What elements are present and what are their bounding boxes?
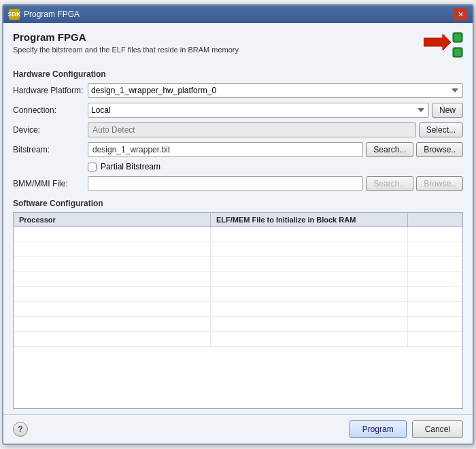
bmm-file-label: BMM/MMI File:	[13, 179, 88, 188]
partial-bitstream-checkbox[interactable]	[88, 163, 97, 171]
bmm-browse-button[interactable]: Browse..	[416, 176, 463, 191]
bitstream-browse-button[interactable]: Browse..	[416, 142, 463, 157]
table-row	[14, 302, 462, 317]
table-row	[14, 257, 462, 272]
table-row	[14, 332, 462, 347]
column-processor: Processor	[14, 213, 211, 227]
bitstream-label: Bitstream:	[13, 145, 88, 154]
program-fpga-dialog: SDK Program FPGA ✕ Program FPGA Specify …	[2, 4, 474, 445]
bmm-input[interactable]	[88, 176, 363, 191]
fpga-icon-svg	[424, 31, 463, 60]
table-row	[14, 317, 462, 332]
software-table: Processor ELF/MEM File to Initialize in …	[13, 212, 463, 409]
sdk-icon: SDK	[9, 9, 20, 20]
header-text: Program FPGA Specify the bitstream and t…	[13, 31, 239, 54]
footer-right: Program Cancel	[350, 420, 463, 438]
bitstream-search-button[interactable]: Search...	[366, 142, 413, 157]
connection-row: Connection: Local New	[13, 103, 463, 118]
svg-marker-0	[424, 34, 451, 50]
connection-control-group: Local New	[88, 103, 463, 118]
platform-row: Hardware Platform: design_1_wrapper_hw_p…	[13, 83, 463, 98]
device-control-group: Select...	[88, 122, 463, 137]
bmm-search-button[interactable]: Search...	[366, 176, 413, 191]
table-body	[14, 227, 462, 405]
bmm-file-row: BMM/MMI File: Search... Browse..	[13, 176, 463, 191]
title-bar-left: SDK Program FPGA	[9, 9, 80, 20]
program-button[interactable]: Program	[350, 420, 407, 438]
svg-rect-4	[454, 49, 461, 56]
partial-bitstream-row: Partial Bitstream	[88, 162, 463, 171]
platform-select[interactable]: design_1_wrapper_hw_platform_0	[88, 83, 463, 98]
title-bar: SDK Program FPGA ✕	[3, 5, 473, 23]
footer-left: ?	[13, 422, 28, 437]
bitstream-row: Bitstream: Search... Browse..	[13, 142, 463, 157]
device-label: Device:	[13, 125, 88, 135]
select-button[interactable]: Select...	[419, 122, 463, 137]
software-config-section: Software Configuration Processor ELF/MEM…	[13, 196, 463, 409]
table-row	[14, 287, 462, 302]
column-elf-file: ELF/MEM File to Initialize in Block RAM	[211, 213, 408, 227]
platform-control-group: design_1_wrapper_hw_platform_0	[88, 83, 463, 98]
table-row	[14, 242, 462, 257]
bitstream-input[interactable]	[88, 142, 363, 157]
svg-rect-2	[454, 34, 461, 41]
bitstream-control-group: Search... Browse..	[88, 142, 463, 157]
column-extra	[408, 213, 462, 227]
device-row: Device: Select...	[13, 122, 463, 137]
connection-label: Connection:	[13, 105, 88, 115]
partial-bitstream-label: Partial Bitstream	[101, 162, 160, 171]
hardware-config-label: Hardware Configuration	[13, 69, 463, 79]
table-row	[14, 272, 462, 287]
hardware-config-section: Hardware Configuration Hardware Platform…	[13, 67, 463, 196]
dialog-subtitle: Specify the bitstream and the ELF files …	[13, 46, 239, 54]
bmm-control-group: Search... Browse..	[88, 176, 463, 191]
table-row	[14, 227, 462, 242]
header-section: Program FPGA Specify the bitstream and t…	[13, 31, 463, 60]
help-button[interactable]: ?	[13, 422, 28, 437]
dialog-title: Program FPGA	[13, 31, 239, 43]
dialog-footer: ? Program Cancel	[3, 414, 473, 444]
cancel-button[interactable]: Cancel	[412, 420, 463, 438]
close-button[interactable]: ✕	[454, 8, 467, 20]
title-bar-title: Program FPGA	[24, 10, 80, 19]
table-header: Processor ELF/MEM File to Initialize in …	[14, 213, 462, 227]
new-button[interactable]: New	[432, 103, 463, 118]
connection-select[interactable]: Local	[88, 103, 429, 118]
software-config-label: Software Configuration	[13, 199, 463, 208]
fpga-logo	[424, 31, 463, 60]
platform-label: Hardware Platform:	[13, 86, 88, 95]
device-input[interactable]	[88, 122, 416, 137]
dialog-content: Program FPGA Specify the bitstream and t…	[3, 23, 473, 414]
